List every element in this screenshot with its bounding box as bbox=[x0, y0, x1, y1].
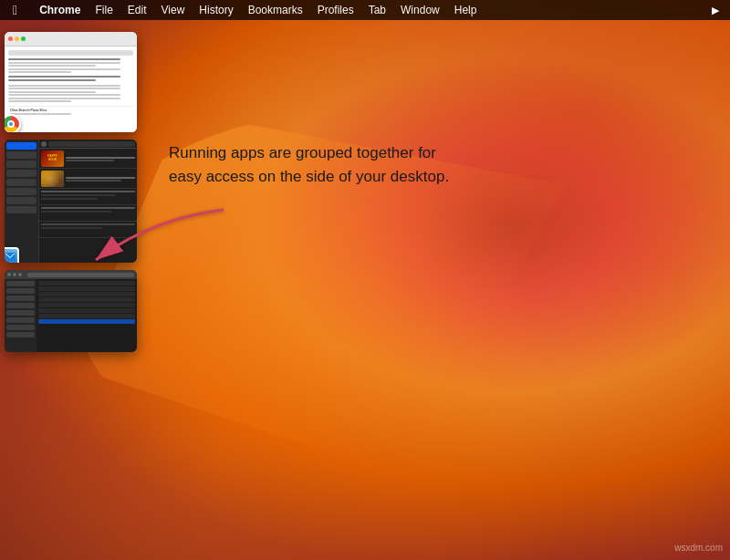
arrow-pointer bbox=[78, 201, 242, 277]
content-line bbox=[10, 113, 71, 115]
menu-history[interactable]: History bbox=[192, 0, 240, 20]
finder-sidebar-row bbox=[6, 296, 35, 301]
content-line bbox=[8, 76, 120, 78]
desktop:  Chrome File Edit View History Bookmark… bbox=[0, 0, 730, 560]
annotation-content: Running apps are grouped together for ea… bbox=[169, 144, 449, 185]
finder-file-row bbox=[38, 292, 135, 296]
finder-body bbox=[5, 279, 137, 352]
chrome-icon bbox=[5, 114, 21, 132]
mail-sidebar-item bbox=[6, 206, 36, 213]
finder-file-row bbox=[38, 281, 135, 285]
finder-window-inner bbox=[5, 270, 137, 352]
finder-maximize-dot bbox=[18, 273, 22, 276]
app-panels: Olive Branch Pizza Slice bbox=[5, 32, 146, 352]
finder-sidebar-row bbox=[6, 332, 35, 337]
finder-sidebar-row bbox=[6, 288, 35, 294]
mail-sidebar-item bbox=[6, 151, 36, 159]
menubar-right: ▶ bbox=[708, 5, 723, 16]
chrome-minimize-dot bbox=[15, 36, 19, 41]
mail-sidebar-item bbox=[6, 161, 36, 168]
chrome-content: Olive Branch Pizza Slice bbox=[5, 47, 137, 132]
finder-file-row bbox=[38, 308, 135, 313]
finder-sidebar-row bbox=[6, 317, 35, 323]
content-line bbox=[8, 100, 71, 102]
content-line bbox=[8, 71, 71, 73]
finder-sidebar-row bbox=[6, 310, 35, 316]
finder-file-row bbox=[38, 286, 135, 291]
menu-chrome[interactable]: Chrome bbox=[32, 0, 88, 20]
content-line bbox=[8, 98, 120, 99]
finder-window-thumbnail[interactable] bbox=[5, 270, 137, 352]
mail-sidebar-item-active bbox=[6, 142, 36, 150]
mail-item-1: HAPPYHOUR bbox=[39, 149, 137, 169]
content-line bbox=[8, 88, 120, 89]
menu-tab[interactable]: Tab bbox=[361, 0, 393, 20]
mail-envelope-icon bbox=[5, 253, 16, 261]
finder-main bbox=[36, 279, 137, 352]
chrome-icon-center bbox=[7, 120, 15, 128]
finder-file-row bbox=[38, 314, 135, 318]
mail-sidebar bbox=[5, 140, 39, 263]
mail-sidebar-item bbox=[6, 170, 36, 177]
content-line bbox=[8, 85, 120, 87]
chrome-close-dot bbox=[8, 36, 13, 41]
menu-help[interactable]: Help bbox=[447, 0, 485, 20]
finder-file-row bbox=[38, 297, 135, 302]
chrome-window-thumbnail[interactable]: Olive Branch Pizza Slice bbox=[5, 32, 137, 132]
content-line bbox=[8, 68, 120, 70]
menu-view[interactable]: View bbox=[154, 0, 193, 20]
content-line bbox=[8, 65, 96, 67]
watermark: wsxdm.com bbox=[674, 543, 723, 553]
finder-close-dot bbox=[7, 273, 11, 276]
mail-sidebar-item bbox=[6, 188, 36, 195]
finder-sidebar-row bbox=[6, 325, 35, 330]
content-line bbox=[8, 62, 120, 64]
menubar:  Chrome File Edit View History Bookmark… bbox=[0, 0, 730, 20]
finder-sidebar-row bbox=[6, 303, 35, 308]
chrome-maximize-dot bbox=[21, 36, 26, 41]
chrome-titlebar bbox=[5, 32, 137, 47]
menu-file[interactable]: File bbox=[88, 0, 120, 20]
watermark-text: wsxdm.com bbox=[674, 543, 723, 553]
mail-icon bbox=[5, 247, 19, 263]
mail-sidebar-item bbox=[6, 197, 36, 204]
menu-profiles[interactable]: Profiles bbox=[310, 0, 361, 20]
mail-item-2 bbox=[39, 169, 137, 189]
finder-sidebar-row bbox=[6, 281, 35, 286]
content-line bbox=[8, 58, 120, 60]
chrome-window-inner: Olive Branch Pizza Slice bbox=[5, 32, 137, 132]
menu-window[interactable]: Window bbox=[393, 0, 447, 20]
content-line bbox=[8, 79, 96, 81]
mail-sidebar-item bbox=[6, 179, 36, 186]
finder-minimize-dot bbox=[13, 273, 16, 276]
finder-sidebar bbox=[5, 279, 36, 352]
finder-file-row bbox=[38, 319, 135, 324]
apple-menu[interactable]:  bbox=[7, 3, 23, 17]
menu-bookmarks[interactable]: Bookmarks bbox=[241, 0, 310, 20]
content-line bbox=[8, 94, 120, 96]
menubar-right-arrow: ▶ bbox=[708, 5, 723, 16]
arrow-svg bbox=[78, 201, 242, 274]
annotation-text: Running apps are grouped together for ea… bbox=[169, 141, 461, 188]
content-line bbox=[8, 91, 96, 93]
menu-edit[interactable]: Edit bbox=[120, 0, 154, 20]
finder-file-row bbox=[38, 303, 135, 307]
